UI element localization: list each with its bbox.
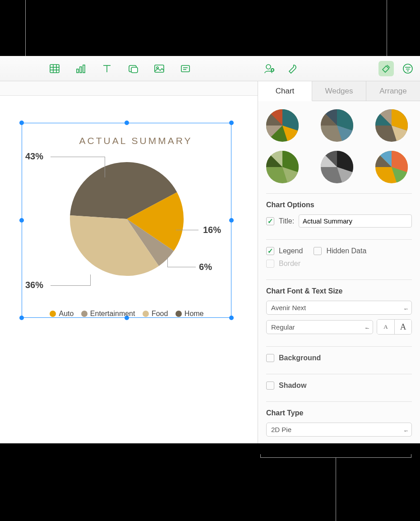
chart-legend: Auto Entertainment Food Home [23, 310, 231, 319]
pct-food: 36% [25, 280, 43, 290]
style-thumb-3[interactable] [375, 109, 408, 142]
font-section-head: Chart Font & Text Size [266, 287, 412, 295]
font-weight-select[interactable]: Regular⌄ [266, 320, 373, 334]
svg-point-22 [403, 64, 412, 73]
svg-point-17 [266, 65, 271, 69]
shape-icon[interactable] [127, 63, 139, 74]
legend-auto: Auto [59, 310, 74, 318]
wrench-icon[interactable] [286, 63, 298, 74]
style-thumb-1[interactable] [266, 109, 299, 142]
legend-ent: Entertainment [90, 310, 135, 318]
background-label: Background [279, 354, 321, 362]
legend-label: Legend [279, 247, 303, 255]
chart-style-grid [266, 109, 412, 183]
pie-graphic [61, 154, 192, 284]
sheet-tab-bar [0, 81, 258, 96]
pct-home: 43% [25, 151, 43, 162]
border-label: Border [279, 260, 300, 268]
pct-auto: 16% [203, 225, 221, 235]
title-label: Title: [279, 217, 294, 225]
background-checkbox[interactable] [266, 354, 274, 362]
callout-line-left [25, 0, 26, 56]
svg-rect-0 [50, 65, 59, 73]
format-inspector: Chart Wedges Arrange Chart Options [258, 81, 420, 443]
svg-rect-6 [80, 67, 82, 73]
font-family-select[interactable]: Avenir Next⌄ [266, 301, 412, 315]
hidden-data-checkbox[interactable] [314, 247, 322, 255]
shadow-checkbox[interactable] [266, 381, 274, 390]
inspector-tabs: Chart Wedges Arrange [258, 81, 420, 101]
text-size-stepper: A A [377, 319, 412, 335]
svg-rect-7 [83, 65, 85, 73]
text-icon[interactable] [101, 63, 113, 74]
tab-wedges[interactable]: Wedges [312, 81, 366, 101]
title-input[interactable] [299, 214, 412, 228]
style-thumb-4[interactable] [266, 151, 299, 183]
comment-icon[interactable] [180, 63, 191, 74]
chart-title: ACTUAL SUMMARY [41, 135, 231, 146]
svg-rect-14 [181, 65, 189, 72]
hidden-data-label: Hidden Data [326, 247, 366, 255]
chart-type-head: Chart Type [266, 409, 412, 417]
pie-chart[interactable]: ACTUAL SUMMARY 43% 16% [23, 131, 231, 321]
chart-type-select[interactable]: 2D Pie⌄ [266, 423, 412, 437]
title-checkbox[interactable] [266, 217, 274, 225]
toolbar [0, 56, 420, 81]
collab-icon[interactable] [263, 63, 275, 74]
tab-arrange[interactable]: Arrange [366, 81, 420, 101]
callout-line-bottom [336, 458, 336, 521]
legend-checkbox[interactable] [266, 247, 274, 255]
app-window: ACTUAL SUMMARY 43% 16% [0, 56, 420, 443]
filter-icon[interactable] [402, 63, 414, 74]
style-thumb-5[interactable] [321, 151, 353, 183]
border-checkbox[interactable] [266, 260, 274, 268]
table-icon[interactable] [49, 63, 60, 74]
legend-food: Food [152, 310, 168, 318]
text-smaller-button[interactable]: A [377, 320, 394, 334]
chart-options-head: Chart Options [266, 201, 412, 209]
text-larger-button[interactable]: A [394, 320, 411, 334]
format-icon[interactable] [378, 61, 394, 76]
style-thumb-2[interactable] [321, 109, 353, 142]
legend-home: Home [185, 310, 204, 318]
svg-rect-5 [77, 69, 78, 73]
chart-icon[interactable] [75, 63, 87, 74]
callout-line-right [387, 0, 387, 56]
style-thumb-6[interactable] [375, 151, 408, 183]
svg-rect-11 [131, 67, 138, 73]
canvas[interactable]: ACTUAL SUMMARY 43% 16% [0, 81, 258, 443]
tab-chart[interactable]: Chart [258, 81, 312, 101]
callout-bracket [260, 457, 411, 458]
pct-ent: 6% [199, 262, 212, 272]
shadow-label: Shadow [279, 381, 306, 390]
media-icon[interactable] [153, 63, 165, 74]
